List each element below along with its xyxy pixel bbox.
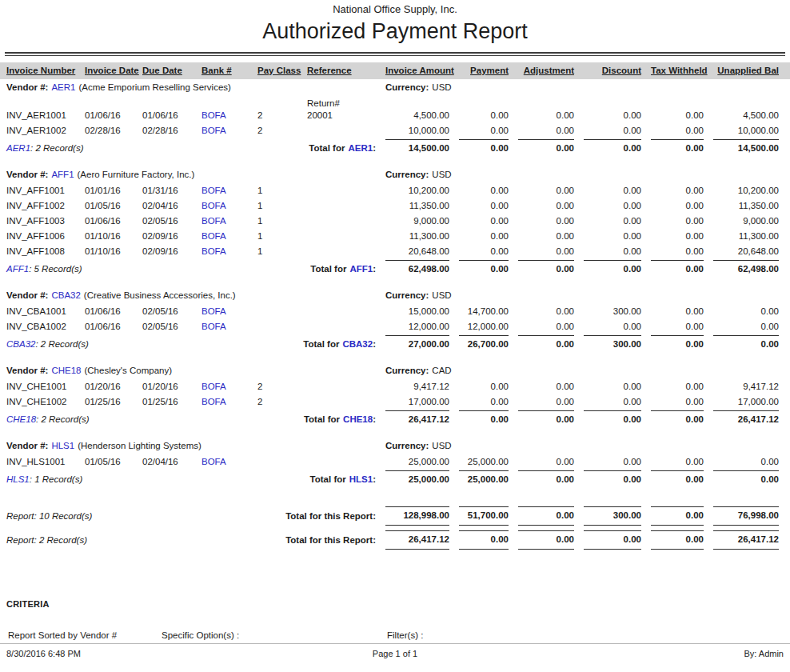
- column-header-adjustment[interactable]: Adjustment: [518, 65, 574, 77]
- currency-cell: Currency:CAD: [385, 365, 574, 377]
- vendor-total-row: AER1: 2 Record(s) Total forAER1: 14,500.…: [0, 139, 790, 154]
- cell-due-date: 01/25/16: [142, 396, 192, 408]
- report-total-row: Report: 2 Record(s) Total for this Repor…: [0, 530, 790, 550]
- cell-invoice-amount: 10,200.00: [385, 185, 449, 197]
- vendor-header: Vendor #:CHE18(Chesley's Company): [6, 365, 376, 377]
- column-header-invoice-number[interactable]: Invoice Number: [6, 65, 75, 77]
- cell-due-date: 02/05/16: [142, 321, 192, 333]
- column-header-invoice-amount[interactable]: Invoice Amount: [385, 65, 449, 77]
- cell-invoice-date: 01/06/16: [85, 215, 133, 227]
- vendor-link[interactable]: AFF1: [349, 264, 373, 274]
- vendor-link[interactable]: CHE18: [343, 414, 373, 424]
- vendor-link[interactable]: HLS1: [6, 474, 30, 484]
- record-count-text: : 2 Record(s): [35, 339, 88, 349]
- record-count: AFF1: 5 Record(s): [6, 263, 82, 275]
- report-total-payment: 51,700.00: [459, 506, 509, 526]
- vendor-label: Vendor #:: [6, 366, 48, 375]
- bank-link[interactable]: BOFA: [201, 321, 248, 333]
- bank-link[interactable]: BOFA: [201, 200, 248, 212]
- column-header-due-date[interactable]: Due Date: [142, 65, 192, 77]
- bank-link[interactable]: BOFA: [201, 215, 248, 227]
- criteria-heading: CRITERIA: [6, 599, 790, 609]
- cell-invoice-date: 01/06/16: [85, 306, 133, 318]
- cell-payment: 0.00: [459, 110, 509, 122]
- vendor-link[interactable]: AFF1: [51, 170, 74, 179]
- cell-invoice-number: INV_AER1001: [6, 110, 75, 122]
- record-count: CBA32: 2 Record(s): [6, 338, 89, 350]
- table-row: INV_CHE1002 01/25/16 01/25/16 BOFA 2 17,…: [0, 394, 790, 410]
- vendor-link[interactable]: CBA32: [342, 339, 373, 349]
- cell-invoice-number: INV_HLS1001: [6, 456, 75, 468]
- total-discount: 300.00: [584, 335, 641, 350]
- bank-link[interactable]: BOFA: [201, 110, 248, 122]
- cell-unapplied-bal: 0.00: [713, 321, 779, 333]
- cell-invoice-number: INV_CBA1002: [6, 321, 75, 333]
- cell-adjustment: 0.00: [518, 381, 574, 393]
- column-header-reference[interactable]: Reference: [307, 65, 376, 77]
- cell-invoice-amount: 20,648.00: [385, 246, 449, 258]
- vendor-link[interactable]: AER1: [6, 143, 30, 153]
- record-count-text: : 5 Record(s): [29, 264, 82, 274]
- cell-invoice-date: 01/10/16: [85, 246, 133, 258]
- table-row: INV_CBA1001 01/06/16 02/05/16 BOFA 15,00…: [0, 304, 790, 319]
- record-count-text: : 1 Record(s): [30, 474, 82, 484]
- currency-cell: Currency:USD: [385, 169, 574, 181]
- record-count-text: : 2 Record(s): [30, 143, 83, 153]
- column-header-payment[interactable]: Payment: [459, 65, 509, 77]
- cell-unapplied-bal: 20,648.00: [713, 246, 779, 258]
- column-header-bank[interactable]: Bank #: [201, 65, 248, 77]
- vendor-link[interactable]: CBA32: [6, 339, 35, 349]
- report-total-invoice-amount: 128,998.00: [385, 506, 449, 526]
- bank-link[interactable]: BOFA: [201, 246, 248, 258]
- bank-link[interactable]: BOFA: [201, 381, 248, 393]
- bank-link[interactable]: BOFA: [201, 125, 248, 137]
- cell-tax-withheld: 0.00: [651, 456, 704, 468]
- total-tax-withheld: 0.00: [651, 335, 704, 350]
- cell-payment: 25,000.00: [459, 456, 509, 468]
- vendor-link[interactable]: AER1: [51, 82, 75, 92]
- cell-payment: 0.00: [459, 230, 509, 242]
- report-table: Invoice Number Invoice Date Due Date Ban…: [0, 62, 790, 550]
- vendor-link[interactable]: AFF1: [6, 264, 29, 274]
- column-header-pay-class[interactable]: Pay Class: [257, 65, 297, 77]
- vendor-link[interactable]: CBA32: [51, 290, 80, 300]
- cell-invoice-amount: 12,000.00: [385, 321, 449, 333]
- cell-tax-withheld: 0.00: [651, 110, 704, 122]
- footer-page-number: Page 1 of 1: [0, 649, 790, 658]
- bank-link[interactable]: BOFA: [201, 306, 248, 318]
- cell-invoice-amount: 25,000.00: [385, 456, 449, 468]
- bank-link[interactable]: BOFA: [201, 456, 248, 468]
- column-header-unapplied-bal[interactable]: Unapplied Bal: [713, 65, 779, 77]
- criteria-specific-options-label: Specific Option(s) :: [162, 630, 387, 640]
- cell-invoice-date: 02/28/16: [85, 125, 133, 137]
- report-title: Authorized Payment Report: [0, 19, 790, 44]
- vendor-link[interactable]: CHE18: [6, 414, 36, 424]
- cell-due-date: 01/31/16: [142, 185, 192, 197]
- cell-adjustment: 0.00: [518, 200, 574, 212]
- cell-tax-withheld: 0.00: [651, 321, 704, 333]
- table-row: INV_AFF1006 01/10/16 02/09/16 BOFA 1 11,…: [0, 229, 790, 244]
- bank-link[interactable]: BOFA: [201, 185, 248, 197]
- cell-invoice-amount: 4,500.00: [385, 110, 449, 122]
- vendor-link[interactable]: HLS1: [51, 441, 74, 450]
- cell-invoice-date: 01/05/16: [85, 456, 133, 468]
- total-payment: 0.00: [459, 410, 509, 426]
- bank-link[interactable]: BOFA: [201, 396, 248, 408]
- vendor-link[interactable]: AER1: [348, 143, 373, 153]
- cell-invoice-number: INV_AFF1001: [6, 185, 75, 197]
- vendor-header: Vendor #:AER1(Acme Emporium Reselling Se…: [6, 82, 376, 94]
- currency-value: USD: [432, 170, 451, 179]
- column-header-discount[interactable]: Discount: [584, 65, 641, 77]
- vendor-header: Vendor #:AFF1(Aero Furniture Factory, In…: [6, 169, 376, 181]
- cell-due-date: 01/06/16: [142, 110, 192, 122]
- vendor-link[interactable]: HLS1: [349, 474, 373, 484]
- column-header-invoice-date[interactable]: Invoice Date: [85, 65, 133, 77]
- table-row: INV_AFF1002 01/05/16 02/04/16 BOFA 1 11,…: [0, 198, 790, 214]
- cell-pay-class: 1: [257, 230, 297, 242]
- bank-link[interactable]: BOFA: [201, 230, 248, 242]
- column-header-tax-withheld[interactable]: Tax Withheld: [651, 65, 704, 77]
- currency-value: USD: [432, 441, 451, 450]
- cell-adjustment: 0.00: [518, 246, 574, 258]
- vendor-link[interactable]: CHE18: [51, 366, 81, 375]
- cell-payment: 0.00: [459, 215, 509, 227]
